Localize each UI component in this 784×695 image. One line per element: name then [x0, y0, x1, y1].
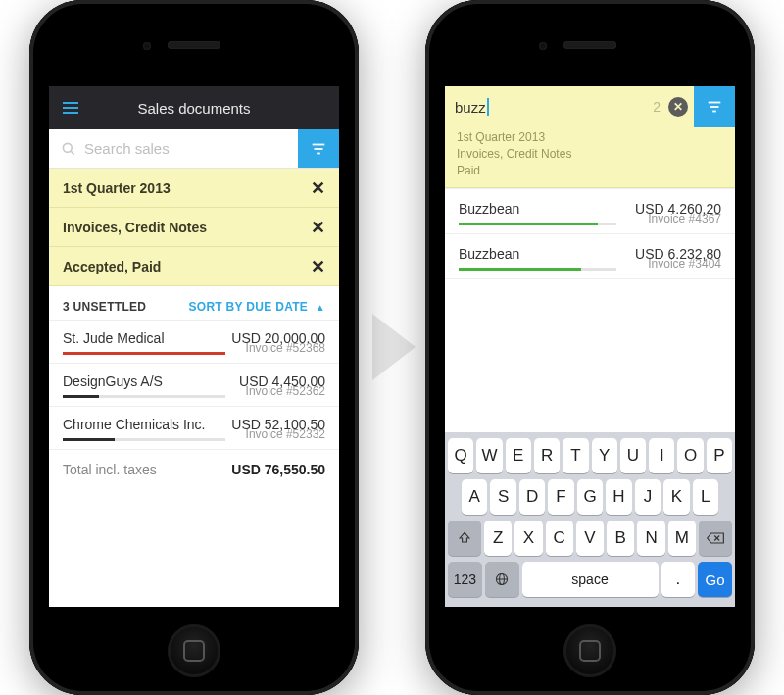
- svg-point-3: [63, 143, 72, 152]
- filter-chips: 1st Quarter 2013 ✕ Invoices, Credit Note…: [49, 169, 339, 286]
- keyboard-key[interactable]: X: [514, 521, 542, 556]
- keyboard-key[interactable]: B: [607, 521, 634, 556]
- keyboard-key[interactable]: D: [519, 479, 545, 515]
- section-header: 3 UNSETTLED SORT BY DUE DATE ▲: [49, 286, 339, 320]
- phone-frame-b: buzz 2 ✕ 1st Quarter 2013 Invoices, Cred…: [425, 0, 755, 695]
- customer-name: DesignGuys A/S: [63, 373, 163, 389]
- progress-bar: [63, 395, 225, 398]
- keyboard-dot-key[interactable]: .: [662, 562, 696, 597]
- progress-bar: [459, 268, 616, 271]
- keyboard-key[interactable]: C: [546, 521, 573, 556]
- results-list: Buzzbean USD 4.260,20 Invoice #4367 Buzz…: [445, 188, 735, 279]
- invoice-list: St. Jude Medical USD 20,000.00 Invoice #…: [49, 320, 339, 449]
- keyboard-key[interactable]: N: [637, 521, 664, 556]
- keyboard-key[interactable]: F: [548, 479, 573, 515]
- total-row: Total incl. taxes USD 76,550.50: [49, 449, 339, 489]
- phone-camera: [539, 42, 547, 50]
- remove-chip-button[interactable]: ✕: [311, 177, 325, 199]
- filter-types: Invoices, Credit Notes: [457, 146, 723, 163]
- customer-name: Buzzbean: [459, 201, 519, 217]
- search-icon: [61, 141, 76, 157]
- progress-bar: [459, 223, 616, 225]
- keyboard-globe-key[interactable]: [485, 562, 519, 597]
- keyboard-key[interactable]: Z: [484, 521, 512, 556]
- clear-search-button[interactable]: ✕: [668, 97, 688, 117]
- invoice-item[interactable]: Buzzbean USD 4.260,20 Invoice #4367: [445, 188, 735, 234]
- screen-b: buzz 2 ✕ 1st Quarter 2013 Invoices, Cred…: [445, 86, 735, 607]
- shift-icon: [457, 530, 472, 546]
- keyboard-go-key[interactable]: Go: [698, 562, 732, 597]
- keyboard-key[interactable]: K: [663, 479, 689, 515]
- home-button[interactable]: [168, 624, 220, 677]
- app-header: Sales documents: [49, 86, 339, 129]
- keyboard-shift-key[interactable]: [448, 521, 481, 556]
- keyboard-numbers-key[interactable]: 123: [448, 562, 482, 597]
- progress-bar: [63, 352, 225, 355]
- invoice-item[interactable]: Buzzbean USD 6.232,80 Invoice #3404: [445, 234, 735, 279]
- screen-a: Sales documents Search sales 1st Qua: [49, 86, 339, 607]
- keyboard-key[interactable]: Y: [592, 438, 617, 473]
- sort-up-icon: ▲: [316, 302, 325, 313]
- search-filter-panel: buzz 2 ✕ 1st Quarter 2013 Invoices, Cred…: [445, 86, 735, 188]
- menu-button[interactable]: [49, 98, 92, 118]
- keyboard-key[interactable]: R: [534, 438, 560, 473]
- keyboard-key[interactable]: M: [668, 521, 696, 556]
- filter-chip-label: Invoices, Credit Notes: [63, 220, 207, 235]
- search-placeholder: Search sales: [84, 140, 170, 157]
- phone-frame-a: Sales documents Search sales 1st Qua: [29, 0, 359, 695]
- search-input[interactable]: Search sales: [49, 129, 298, 168]
- invoice-item[interactable]: Chrome Chemicals Inc. USD 52,100.50 Invo…: [49, 406, 339, 449]
- invoice-item[interactable]: St. Jude Medical USD 20,000.00 Invoice #…: [49, 320, 339, 363]
- filter-chip-period: 1st Quarter 2013 ✕: [49, 169, 339, 208]
- active-filters-summary: 1st Quarter 2013 Invoices, Credit Notes …: [445, 127, 735, 187]
- keyboard-key[interactable]: P: [707, 438, 732, 473]
- keyboard-key[interactable]: Q: [448, 438, 473, 473]
- customer-name: St. Jude Medical: [63, 330, 165, 346]
- keyboard-key[interactable]: J: [635, 479, 661, 515]
- filter-period: 1st Quarter 2013: [457, 129, 723, 146]
- filter-icon: [706, 98, 723, 116]
- keyboard-row-1: QWERTYUIOP: [448, 438, 732, 473]
- keyboard-row-3: ZXCVBNM: [448, 521, 732, 556]
- filter-chip-types: Invoices, Credit Notes ✕: [49, 208, 339, 247]
- remove-chip-button[interactable]: ✕: [311, 217, 325, 238]
- search-row: buzz 2 ✕: [445, 86, 735, 127]
- phone-camera: [143, 42, 151, 50]
- on-screen-keyboard: QWERTYUIOP ASDFGHJKL ZXCVBNM 123 space .…: [445, 432, 735, 607]
- keyboard-key[interactable]: W: [476, 438, 502, 473]
- keyboard-key[interactable]: T: [563, 438, 588, 473]
- keyboard-key[interactable]: U: [620, 438, 646, 473]
- keyboard-row-4: 123 space . Go: [448, 562, 732, 597]
- keyboard-key[interactable]: V: [576, 521, 604, 556]
- keyboard-backspace-key[interactable]: [699, 521, 732, 556]
- keyboard-key[interactable]: G: [577, 479, 603, 515]
- keyboard-space-key[interactable]: space: [522, 562, 659, 597]
- keyboard-key[interactable]: A: [462, 479, 487, 515]
- search-input[interactable]: buzz: [445, 98, 653, 116]
- page-title: Sales documents: [49, 100, 339, 117]
- keyboard-key[interactable]: I: [649, 438, 674, 473]
- filter-status: Paid: [457, 163, 723, 179]
- keyboard-key[interactable]: S: [490, 479, 515, 515]
- keyboard-key[interactable]: H: [606, 479, 631, 515]
- filter-chip-status: Accepted, Paid ✕: [49, 247, 339, 286]
- invoice-item[interactable]: DesignGuys A/S USD 4,450.00 Invoice #523…: [49, 363, 339, 406]
- customer-name: Chrome Chemicals Inc.: [63, 417, 206, 432]
- navigation-arrow-icon: [372, 314, 416, 380]
- keyboard-key[interactable]: O: [677, 438, 703, 473]
- customer-name: Buzzbean: [459, 246, 519, 262]
- keyboard-key[interactable]: L: [693, 479, 718, 515]
- section-count: 3 UNSETTLED: [63, 300, 146, 314]
- phone-earpiece: [168, 41, 220, 49]
- filter-chip-label: Accepted, Paid: [63, 259, 161, 274]
- text-cursor-icon: [487, 98, 489, 116]
- total-amount: USD 76,550.50: [231, 462, 325, 477]
- remove-chip-button[interactable]: ✕: [311, 256, 325, 277]
- phone-earpiece: [564, 41, 616, 49]
- keyboard-key[interactable]: E: [506, 438, 531, 473]
- sort-button[interactable]: SORT BY DUE DATE ▲: [188, 300, 325, 314]
- home-button[interactable]: [564, 624, 616, 677]
- filter-button[interactable]: [298, 129, 339, 168]
- filter-button[interactable]: [694, 86, 735, 127]
- filter-icon: [310, 140, 327, 158]
